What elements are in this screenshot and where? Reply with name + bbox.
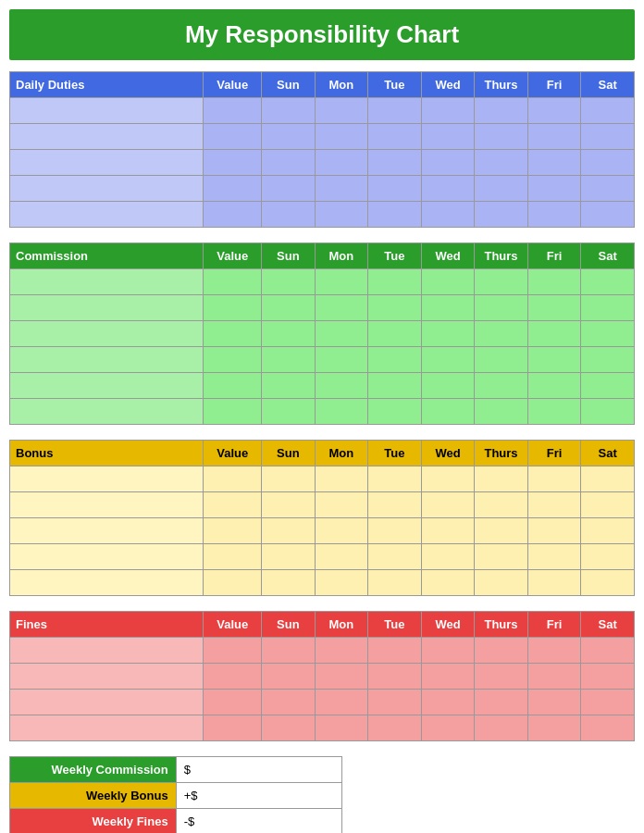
tue-cell[interactable] bbox=[368, 690, 422, 715]
sun-cell[interactable] bbox=[262, 399, 316, 425]
sun-cell[interactable] bbox=[262, 466, 316, 492]
value-cell[interactable] bbox=[204, 150, 262, 176]
sun-cell[interactable] bbox=[262, 664, 316, 690]
fri-cell[interactable] bbox=[527, 544, 581, 570]
sat-cell[interactable] bbox=[581, 202, 635, 228]
mon-cell[interactable] bbox=[315, 690, 368, 715]
duty-cell[interactable] bbox=[10, 202, 204, 228]
sun-cell[interactable] bbox=[262, 321, 316, 347]
tue-cell[interactable] bbox=[368, 518, 422, 544]
sat-cell[interactable] bbox=[581, 269, 635, 295]
sat-cell[interactable] bbox=[581, 518, 635, 544]
fri-cell[interactable] bbox=[527, 373, 581, 399]
wed-cell[interactable] bbox=[421, 347, 475, 373]
thurs-cell[interactable] bbox=[475, 124, 528, 150]
mon-cell[interactable] bbox=[315, 638, 368, 664]
duty-cell[interactable] bbox=[10, 544, 204, 570]
mon-cell[interactable] bbox=[315, 176, 368, 202]
wed-cell[interactable] bbox=[421, 176, 475, 202]
sat-cell[interactable] bbox=[581, 466, 635, 492]
value-cell[interactable] bbox=[204, 347, 262, 373]
thurs-cell[interactable] bbox=[475, 269, 528, 295]
duty-cell[interactable] bbox=[10, 690, 204, 715]
tue-cell[interactable] bbox=[368, 347, 422, 373]
mon-cell[interactable] bbox=[315, 715, 368, 741]
tue-cell[interactable] bbox=[368, 373, 422, 399]
thurs-cell[interactable] bbox=[475, 399, 528, 425]
fri-cell[interactable] bbox=[527, 638, 581, 664]
wed-cell[interactable] bbox=[421, 150, 475, 176]
sat-cell[interactable] bbox=[581, 570, 635, 596]
value-cell[interactable] bbox=[204, 492, 262, 518]
value-cell[interactable] bbox=[204, 98, 262, 124]
fri-cell[interactable] bbox=[527, 176, 581, 202]
thurs-cell[interactable] bbox=[475, 466, 528, 492]
sun-cell[interactable] bbox=[262, 373, 316, 399]
weekly-bonus-value[interactable]: +$ bbox=[176, 783, 341, 809]
sun-cell[interactable] bbox=[262, 176, 316, 202]
mon-cell[interactable] bbox=[315, 321, 368, 347]
wed-cell[interactable] bbox=[421, 544, 475, 570]
fri-cell[interactable] bbox=[527, 715, 581, 741]
wed-cell[interactable] bbox=[421, 321, 475, 347]
wed-cell[interactable] bbox=[421, 492, 475, 518]
fri-cell[interactable] bbox=[527, 98, 581, 124]
value-cell[interactable] bbox=[204, 399, 262, 425]
sat-cell[interactable] bbox=[581, 98, 635, 124]
tue-cell[interactable] bbox=[368, 664, 422, 690]
value-cell[interactable] bbox=[204, 690, 262, 715]
sun-cell[interactable] bbox=[262, 347, 316, 373]
tue-cell[interactable] bbox=[368, 124, 422, 150]
fri-cell[interactable] bbox=[527, 518, 581, 544]
fri-cell[interactable] bbox=[527, 570, 581, 596]
wed-cell[interactable] bbox=[421, 399, 475, 425]
value-cell[interactable] bbox=[204, 202, 262, 228]
thurs-cell[interactable] bbox=[475, 715, 528, 741]
sun-cell[interactable] bbox=[262, 124, 316, 150]
sat-cell[interactable] bbox=[581, 347, 635, 373]
sat-cell[interactable] bbox=[581, 664, 635, 690]
fri-cell[interactable] bbox=[527, 150, 581, 176]
weekly-fines-value[interactable]: -$ bbox=[176, 809, 341, 834]
value-cell[interactable] bbox=[204, 715, 262, 741]
duty-cell[interactable] bbox=[10, 638, 204, 664]
sat-cell[interactable] bbox=[581, 295, 635, 321]
mon-cell[interactable] bbox=[315, 150, 368, 176]
tue-cell[interactable] bbox=[368, 295, 422, 321]
sat-cell[interactable] bbox=[581, 176, 635, 202]
tue-cell[interactable] bbox=[368, 715, 422, 741]
value-cell[interactable] bbox=[204, 124, 262, 150]
wed-cell[interactable] bbox=[421, 295, 475, 321]
sun-cell[interactable] bbox=[262, 544, 316, 570]
mon-cell[interactable] bbox=[315, 399, 368, 425]
mon-cell[interactable] bbox=[315, 544, 368, 570]
mon-cell[interactable] bbox=[315, 98, 368, 124]
wed-cell[interactable] bbox=[421, 638, 475, 664]
value-cell[interactable] bbox=[204, 176, 262, 202]
fri-cell[interactable] bbox=[527, 269, 581, 295]
mon-cell[interactable] bbox=[315, 570, 368, 596]
thurs-cell[interactable] bbox=[475, 295, 528, 321]
duty-cell[interactable] bbox=[10, 124, 204, 150]
sun-cell[interactable] bbox=[262, 518, 316, 544]
thurs-cell[interactable] bbox=[475, 518, 528, 544]
wed-cell[interactable] bbox=[421, 664, 475, 690]
tue-cell[interactable] bbox=[368, 466, 422, 492]
tue-cell[interactable] bbox=[368, 638, 422, 664]
thurs-cell[interactable] bbox=[475, 321, 528, 347]
thurs-cell[interactable] bbox=[475, 492, 528, 518]
wed-cell[interactable] bbox=[421, 570, 475, 596]
thurs-cell[interactable] bbox=[475, 638, 528, 664]
value-cell[interactable] bbox=[204, 638, 262, 664]
mon-cell[interactable] bbox=[315, 664, 368, 690]
duty-cell[interactable] bbox=[10, 466, 204, 492]
duty-cell[interactable] bbox=[10, 321, 204, 347]
sun-cell[interactable] bbox=[262, 295, 316, 321]
duty-cell[interactable] bbox=[10, 518, 204, 544]
fri-cell[interactable] bbox=[527, 124, 581, 150]
value-cell[interactable] bbox=[204, 518, 262, 544]
value-cell[interactable] bbox=[204, 295, 262, 321]
sat-cell[interactable] bbox=[581, 321, 635, 347]
wed-cell[interactable] bbox=[421, 373, 475, 399]
sat-cell[interactable] bbox=[581, 544, 635, 570]
